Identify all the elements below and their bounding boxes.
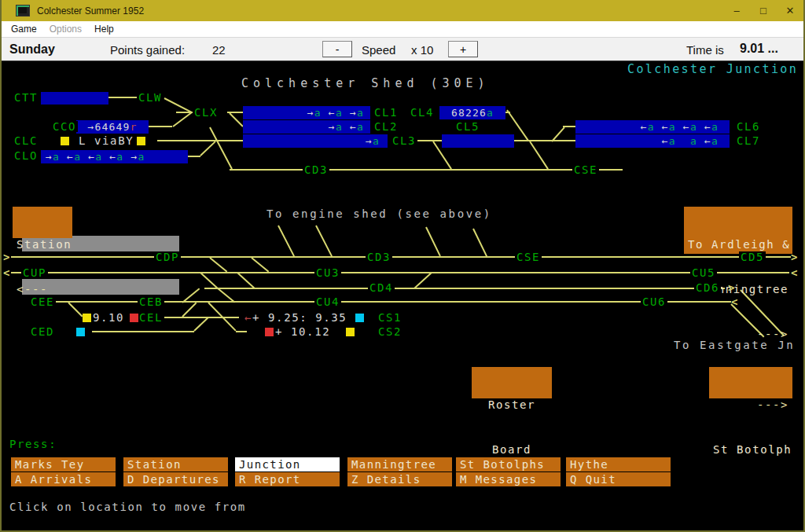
track-line <box>68 302 83 317</box>
track-label-clw[interactable]: CLW <box>137 92 164 103</box>
track-label-ceb[interactable]: CEB <box>138 296 164 307</box>
train-block[interactable]: ←a a ←a <box>575 134 730 148</box>
menu-options[interactable]: Options <box>43 24 88 35</box>
track-label-cl7[interactable]: CL7 <box>735 135 762 146</box>
train-block[interactable]: →a <box>243 134 388 148</box>
button-junction[interactable]: Junction <box>235 457 340 471</box>
station-box[interactable]: Station <--- <box>13 207 72 238</box>
button-q-quit[interactable]: Q Quit <box>566 472 671 486</box>
speed-plus-button[interactable]: + <box>448 41 478 57</box>
track-label-cu5[interactable]: CU5 <box>690 267 717 278</box>
station-box-label: Station <box>17 237 68 252</box>
signal-marker-yellow[interactable] <box>346 328 355 336</box>
track-direction-arrow: > <box>728 282 734 293</box>
track-label-cu4[interactable]: CU4 <box>314 296 341 307</box>
track-label-cd4[interactable]: CD4 <box>368 282 395 293</box>
track-label-cd3[interactable]: CD3 <box>366 251 392 262</box>
maximize-button[interactable]: □ <box>750 0 777 21</box>
track-label-cl3[interactable]: CL3 <box>391 135 417 146</box>
button-z-details[interactable]: Z Details <box>347 472 452 486</box>
speed-label: Speed <box>362 43 395 57</box>
train-block[interactable]: →a ←a →a <box>243 106 370 119</box>
track-direction-arrow: < <box>731 296 737 307</box>
track-direction-arrow: > <box>791 251 797 262</box>
track-line <box>200 141 215 156</box>
track-label-cl4[interactable]: CL4 <box>409 107 436 118</box>
ardleigh-box[interactable]: To Ardleigh & Manningtree ---> <box>684 207 792 254</box>
signal-marker-red[interactable] <box>130 314 138 322</box>
button-station[interactable]: Station <box>123 457 228 471</box>
track-line <box>514 140 575 141</box>
button-st-botolphs[interactable]: St Botolphs <box>456 457 561 471</box>
track-label-cel[interactable]: CEL <box>138 312 164 323</box>
track-label-cs2[interactable]: CS2 <box>377 326 403 337</box>
track-label-cu3[interactable]: CU3 <box>314 267 341 278</box>
titlebar[interactable]: Colchester Summer 1952 – □ ✕ <box>2 0 803 21</box>
track-label-cee[interactable]: CEE <box>29 296 56 307</box>
track-line <box>209 127 233 170</box>
engine-shed-note: To engine shed (see above) <box>266 208 492 219</box>
button-manningtree[interactable]: Manningtree <box>347 457 452 471</box>
track-label-ced[interactable]: CED <box>29 326 56 337</box>
menu-help[interactable]: Help <box>88 24 120 35</box>
shed-title: Colchester Shed (30E) <box>241 76 490 90</box>
track-line <box>414 140 442 141</box>
track-label-cco[interactable]: CCO <box>51 121 78 132</box>
button-m-messages[interactable]: M Messages <box>456 472 561 486</box>
button-hythe[interactable]: Hythe <box>566 457 671 471</box>
track-line <box>414 272 432 288</box>
track-line <box>472 229 488 259</box>
signal-marker-cyan[interactable] <box>355 314 364 322</box>
button-r-report[interactable]: R Report <box>235 472 340 486</box>
track-line <box>172 112 192 127</box>
button-a-arrivals[interactable]: A Arrivals <box>11 472 116 486</box>
track-label-cd3[interactable]: CD3 <box>303 164 329 175</box>
signal-marker-red[interactable] <box>265 328 274 336</box>
track-label-cd6[interactable]: CD6 <box>694 282 721 293</box>
train-block[interactable]: →a ←a <box>243 120 370 134</box>
track-line <box>425 227 441 257</box>
train-block[interactable]: →64649r <box>76 120 149 134</box>
train-block[interactable]: ←a ←a ←a ←a <box>575 120 730 134</box>
track-line <box>230 169 623 171</box>
roster-board-box[interactable]: Roster Board <box>472 367 552 398</box>
signal-marker-yellow[interactable] <box>83 314 91 322</box>
track-label-cse[interactable]: CSE <box>572 164 599 175</box>
track-label-cl1[interactable]: CL1 <box>373 107 399 118</box>
st-botolph-label: St Botolph <box>713 442 788 457</box>
track-label-cl5[interactable]: CL5 <box>454 121 481 132</box>
track-label-ctt[interactable]: CTT <box>13 92 39 103</box>
signal-marker-yellow[interactable] <box>137 137 145 145</box>
train-block[interactable] <box>442 134 514 148</box>
minimize-button[interactable]: – <box>723 0 750 21</box>
track-line <box>529 141 549 169</box>
track-label-cl2[interactable]: CL2 <box>373 121 399 132</box>
status-bar: Sunday Points gained: 22 - Speed x 10 + … <box>2 38 803 61</box>
signal-marker-cyan[interactable] <box>76 328 85 336</box>
track-label-clx[interactable]: CLX <box>193 107 219 118</box>
track-label-clo[interactable]: CLO <box>13 150 39 161</box>
speed-minus-button[interactable]: - <box>322 41 352 57</box>
train-block[interactable]: →a ←a ←a ←a →a <box>41 150 188 163</box>
track-label-cdp[interactable]: CDP <box>154 251 181 262</box>
track-line <box>278 226 295 257</box>
button-d-departures[interactable]: D Departures <box>123 472 228 486</box>
track-label-cse[interactable]: CSE <box>515 251 542 262</box>
track-label-cd5[interactable]: CD5 <box>739 251 766 262</box>
menu-game[interactable]: Game <box>5 24 43 35</box>
train-block[interactable] <box>41 92 108 105</box>
track-label-cu6[interactable]: CU6 <box>641 296 667 307</box>
close-button[interactable]: ✕ <box>777 0 803 21</box>
right-arrow: ---> <box>688 327 788 342</box>
status-hint: Click on location to move from <box>9 501 246 513</box>
st-botolph-box[interactable]: ---> St Botolph <box>709 367 792 398</box>
button-marks-tey[interactable]: Marks Tey <box>11 457 116 471</box>
track-label-clc[interactable]: CLC <box>13 135 39 146</box>
track-direction-arrow: < <box>3 267 9 278</box>
track-label-cs1[interactable]: CS1 <box>377 312 403 323</box>
track-line <box>315 226 333 257</box>
track-label-cl6[interactable]: CL6 <box>735 121 762 132</box>
train-block[interactable]: 68226a <box>439 106 505 119</box>
track-label-cup[interactable]: CUP <box>21 267 48 278</box>
signal-marker-yellow[interactable] <box>61 137 69 145</box>
